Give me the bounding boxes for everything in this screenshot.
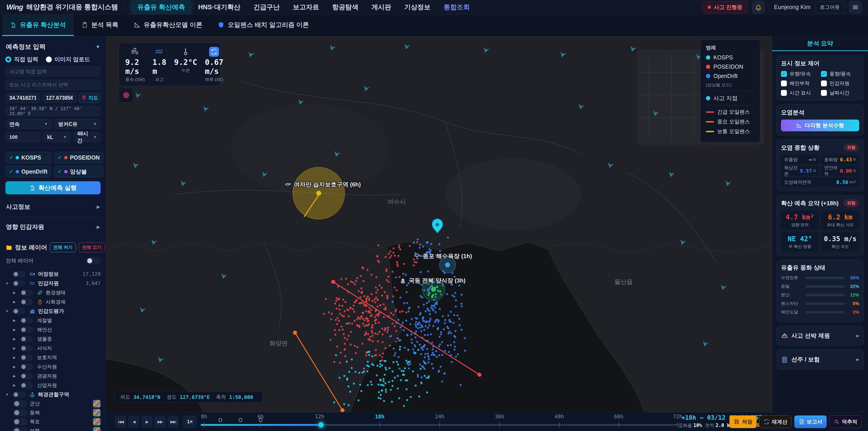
nav-item-5[interactable]: 게시판 bbox=[366, 0, 397, 14]
step-back-button[interactable]: ◀ bbox=[128, 416, 139, 428]
unit-select[interactable]: kL▼ bbox=[43, 132, 70, 142]
region-toggle[interactable] bbox=[13, 409, 27, 416]
display-option-민감자원[interactable]: 민감자원 bbox=[821, 80, 859, 87]
nav-item-3[interactable]: 보고자료 bbox=[287, 0, 324, 14]
chevron-down-icon[interactable]: ▼ bbox=[5, 309, 10, 313]
layer-toggle[interactable] bbox=[20, 336, 33, 342]
radio-image-upload[interactable]: 이미지 업로드 bbox=[46, 56, 90, 63]
layer-toggle[interactable] bbox=[20, 345, 33, 351]
region-color-button[interactable] bbox=[93, 409, 101, 417]
재계산-button[interactable]: 재계산 bbox=[759, 415, 792, 428]
model-chip-KOSPS[interactable]: ✓KOSPS bbox=[5, 152, 51, 163]
tab-1[interactable]: 분석 목록 bbox=[74, 14, 126, 36]
nav-item-6[interactable]: 기상정보 bbox=[399, 0, 436, 14]
역추적-button[interactable]: 역추적 bbox=[829, 415, 862, 428]
display-option-시간 표시[interactable]: 시간 표시 bbox=[781, 90, 819, 96]
latitude-input[interactable] bbox=[5, 93, 40, 103]
tab-0[interactable]: 유출유 확산분석 bbox=[2, 14, 74, 36]
region-color-button[interactable] bbox=[93, 400, 101, 407]
locate-incident-button[interactable] bbox=[119, 88, 133, 102]
model-chip-OpenDrift[interactable]: ✓OpenDrift bbox=[5, 166, 51, 177]
logout-button[interactable]: 로그아웃 bbox=[815, 1, 844, 13]
all-layers-off-button[interactable]: 전체 끄기 bbox=[79, 243, 105, 252]
저장-button[interactable]: 저장 bbox=[730, 415, 756, 428]
fence-deploy-shield-icon[interactable] bbox=[258, 418, 263, 423]
incident-pin-icon[interactable] bbox=[432, 219, 443, 233]
menu-button[interactable] bbox=[849, 1, 862, 13]
nav-item-2[interactable]: 긴급구난 bbox=[248, 0, 285, 14]
chevron-right-icon[interactable]: ▶ bbox=[13, 346, 18, 350]
layer-toggle[interactable] bbox=[20, 373, 33, 379]
layer-toggle[interactable] bbox=[20, 289, 33, 296]
radio-direct-input[interactable]: 직접 입력 bbox=[5, 56, 38, 63]
notifications-button[interactable] bbox=[752, 1, 765, 13]
display-option-해안부착[interactable]: 해안부착 bbox=[781, 80, 819, 87]
chevron-down-icon[interactable]: ▼ bbox=[5, 393, 10, 396]
site-dot[interactable] bbox=[445, 263, 450, 267]
region-toggle[interactable] bbox=[13, 427, 27, 431]
보고서-button[interactable]: 보고서 bbox=[794, 415, 827, 428]
map-canvas[interactable]: 여자만 습지보호구역 (6h)종포 해수욕장 (1h)국동 전복 양식장 (3h… bbox=[106, 36, 772, 412]
oil-fence-line[interactable] bbox=[295, 333, 342, 410]
nav-item-7[interactable]: 통합조회 bbox=[438, 0, 475, 14]
display-option-풍향/풍속[interactable]: ✓풍향/풍속 bbox=[821, 70, 859, 77]
fence-deploy-shield-icon[interactable] bbox=[218, 418, 223, 423]
amount-input[interactable] bbox=[5, 132, 40, 142]
incident-list-input[interactable] bbox=[5, 80, 101, 90]
master-layer-toggle[interactable] bbox=[86, 257, 100, 264]
layer-toggle[interactable] bbox=[20, 355, 33, 360]
nav-item-4[interactable]: 항공탐색 bbox=[327, 0, 364, 14]
polygon-analysis-button[interactable]: 다각형 분석수행 bbox=[781, 120, 859, 131]
display-option-유향/유속[interactable]: ✓유향/유속 bbox=[781, 70, 819, 77]
chevron-right-icon[interactable]: ▶ bbox=[13, 300, 18, 304]
layer-toggle[interactable] bbox=[20, 317, 33, 323]
chevron-right-icon[interactable]: ▶ bbox=[13, 374, 18, 378]
chevron-right-icon[interactable]: ▶ bbox=[13, 356, 18, 360]
run-prediction-button[interactable]: 확산예측 실행 bbox=[5, 181, 101, 194]
region-color-button[interactable] bbox=[93, 418, 101, 426]
layer-toggle[interactable] bbox=[13, 308, 25, 314]
tab-3[interactable]: 오일펜스 배치 알고리즘 이론 bbox=[210, 14, 316, 36]
tab-2[interactable]: 유출유확산모델 이론 bbox=[126, 14, 210, 36]
play-button[interactable]: ▶ bbox=[142, 416, 152, 428]
impact-resources-section[interactable]: 영향 민감자원▶ bbox=[5, 217, 101, 237]
timeline-playhead[interactable] bbox=[318, 422, 324, 428]
incident-name-input[interactable] bbox=[5, 67, 101, 76]
chevron-down-icon[interactable]: ▼ bbox=[5, 281, 10, 285]
nav-item-0[interactable]: 유출유 확산예측 bbox=[132, 0, 191, 14]
layer-toggle[interactable] bbox=[20, 327, 33, 333]
site-dot[interactable] bbox=[316, 191, 321, 196]
chevron-right-icon[interactable]: ▶ bbox=[13, 328, 18, 332]
incident-info-section[interactable]: 사고정보▶ bbox=[5, 196, 101, 217]
region-color-button[interactable] bbox=[93, 427, 101, 431]
chevron-right-icon[interactable]: ▶ bbox=[13, 365, 18, 369]
display-option-날짜시간[interactable]: 날짜시간 bbox=[821, 90, 859, 96]
region-toggle[interactable] bbox=[13, 400, 27, 407]
longitude-input[interactable] bbox=[42, 93, 77, 103]
skip-start-button[interactable]: |◀◀ bbox=[115, 416, 126, 428]
skip-end-button[interactable]: ▶▶| bbox=[168, 416, 179, 428]
collapsed-card-1[interactable]: 선주 / 보험▶ bbox=[776, 349, 864, 370]
chevron-right-icon[interactable]: ▶ bbox=[13, 318, 18, 322]
site-dot[interactable] bbox=[431, 287, 436, 292]
collapsed-card-0[interactable]: 사고 선박 제원▶ bbox=[776, 326, 864, 346]
spill-type-select[interactable]: 연속▼ bbox=[5, 119, 52, 129]
fast-forward-button[interactable]: ▶▶ bbox=[155, 416, 165, 428]
layer-toggle[interactable] bbox=[20, 299, 33, 305]
panel-scroll[interactable]: 표시 정보 제어 ✓유향/유속✓풍향/풍속해안부착민감자원시간 표시날짜시간 오… bbox=[772, 51, 868, 412]
layer-toggle[interactable] bbox=[13, 392, 25, 397]
layer-toggle[interactable] bbox=[13, 280, 25, 286]
prediction-input-header[interactable]: 예측정보 입력 ▼ bbox=[5, 41, 101, 55]
chevron-right-icon[interactable]: ▶ bbox=[13, 383, 18, 388]
layer-toggle[interactable] bbox=[13, 271, 25, 277]
layer-toggle[interactable] bbox=[20, 364, 33, 370]
playback-speed-button[interactable]: 1× bbox=[183, 416, 196, 428]
model-chip-POSEIDON[interactable]: ✓POSEIDON bbox=[54, 152, 103, 163]
region-toggle[interactable] bbox=[13, 418, 27, 425]
pick-on-map-button[interactable]: 지도 bbox=[79, 93, 101, 103]
layer-toggle[interactable] bbox=[20, 382, 33, 388]
model-chip-앙상블[interactable]: ✓앙상블 bbox=[54, 166, 103, 177]
all-layers-on-button[interactable]: 전체 켜기 bbox=[50, 243, 76, 252]
nav-item-1[interactable]: HNS·대기확산 bbox=[193, 0, 246, 14]
chevron-right-icon[interactable]: ▶ bbox=[13, 291, 18, 295]
